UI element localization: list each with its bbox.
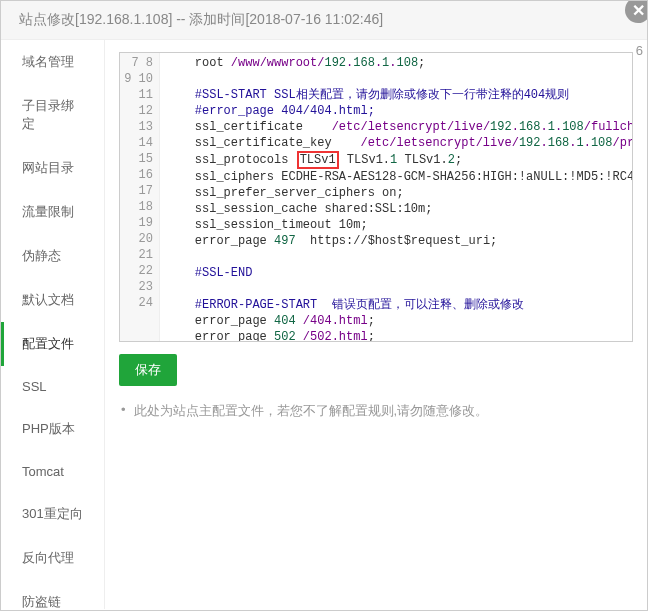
dialog-title: 站点修改[192.168.1.108] -- 添加时间[2018-07-16 1… [19, 11, 383, 27]
sidebar-item-traffic-limit[interactable]: 流量限制 [1, 190, 104, 234]
sidebar-item-default-doc[interactable]: 默认文档 [1, 278, 104, 322]
sidebar: 域名管理子目录绑定网站目录流量限制伪静态默认文档配置文件SSLPHP版本Tomc… [1, 40, 105, 609]
sidebar-item-redirect-301[interactable]: 301重定向 [1, 492, 104, 536]
sidebar-item-anti-leech[interactable]: 防盗链 [1, 580, 104, 609]
editor-code[interactable]: root /www/wwwroot/192.168.1.108; #SSL-ST… [160, 53, 632, 341]
sidebar-item-php-version[interactable]: PHP版本 [1, 407, 104, 451]
overflow-char: 6 [636, 43, 643, 58]
sidebar-item-reverse-proxy[interactable]: 反向代理 [1, 536, 104, 580]
sidebar-item-config-file[interactable]: 配置文件 [1, 322, 104, 366]
main-panel: 7 8 9 10 11 12 13 14 15 16 17 18 19 20 2… [105, 40, 647, 609]
editor-gutter: 7 8 9 10 11 12 13 14 15 16 17 18 19 20 2… [120, 53, 160, 341]
note-text: 此处为站点主配置文件，若您不了解配置规则,请勿随意修改。 [134, 402, 489, 420]
sidebar-item-ssl[interactable]: SSL [1, 366, 104, 407]
config-note: 此处为站点主配置文件，若您不了解配置规则,请勿随意修改。 [119, 398, 633, 420]
sidebar-item-pseudo-static[interactable]: 伪静态 [1, 234, 104, 278]
dialog-header: 站点修改[192.168.1.108] -- 添加时间[2018-07-16 1… [1, 1, 647, 40]
config-editor[interactable]: 7 8 9 10 11 12 13 14 15 16 17 18 19 20 2… [119, 52, 633, 342]
sidebar-item-domain-manage[interactable]: 域名管理 [1, 40, 104, 84]
sidebar-item-site-dir[interactable]: 网站目录 [1, 146, 104, 190]
close-icon[interactable]: ✕ [625, 0, 648, 23]
sidebar-item-subdir-bind[interactable]: 子目录绑定 [1, 84, 104, 146]
sidebar-item-tomcat[interactable]: Tomcat [1, 451, 104, 492]
highlighted-token: TLSv1 [297, 151, 339, 169]
save-button[interactable]: 保存 [119, 354, 177, 386]
